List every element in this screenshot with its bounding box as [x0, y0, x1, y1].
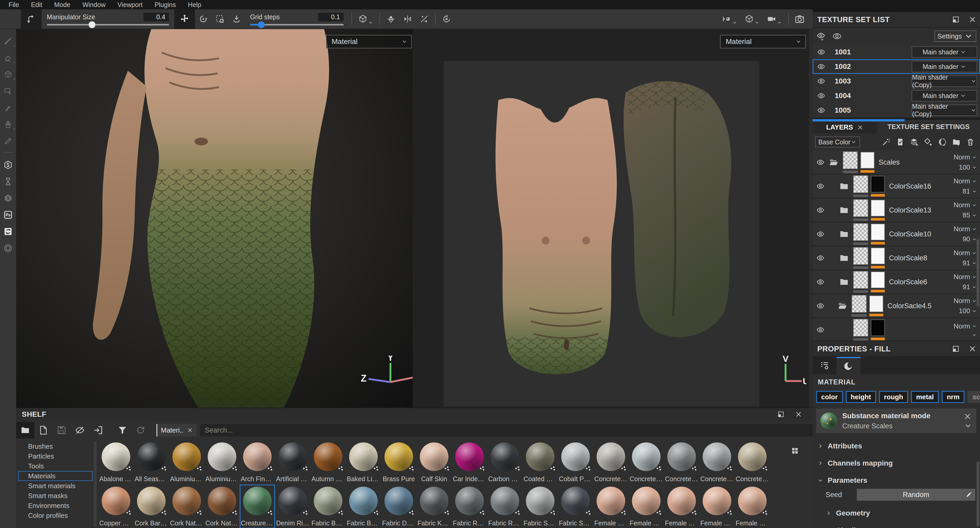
- layer-row[interactable]: ColorScale16 Norm 81: [813, 174, 980, 198]
- blend-mode-dropdown[interactable]: Norm: [953, 273, 977, 281]
- folder-icon[interactable]: [839, 253, 850, 263]
- blend-mode-dropdown[interactable]: Norm: [953, 153, 977, 161]
- shelf-hide-button[interactable]: [71, 422, 89, 439]
- substance-share-button[interactable]: [3, 190, 13, 207]
- layer-row[interactable]: ColorScale8 Norm 91: [813, 246, 980, 270]
- visibility-eye-icon[interactable]: [816, 182, 824, 190]
- viewport-3d[interactable]: Material Y Z X: [16, 29, 413, 408]
- material-item[interactable]: Cork Natur...: [204, 485, 240, 528]
- opacity-dropdown[interactable]: 90: [953, 235, 977, 243]
- shelf-import-button[interactable]: [89, 422, 107, 439]
- pencil-edit-icon[interactable]: [966, 491, 972, 498]
- layer-row[interactable]: ColorScale13 Norm 85: [813, 198, 980, 222]
- shader-dropdown[interactable]: Main shader: [912, 46, 977, 58]
- layer-thumbnail[interactable]: [853, 319, 868, 341]
- texture-set-row[interactable]: 1004 Main shader: [813, 88, 980, 103]
- blend-mode-dropdown[interactable]: Norm: [953, 322, 977, 330]
- material-item[interactable]: Female Elb...: [664, 485, 699, 528]
- material-item[interactable]: Artificial Le...: [275, 440, 310, 484]
- opacity-dropdown[interactable]: 85: [953, 211, 977, 219]
- screenshot-button[interactable]: [791, 9, 808, 29]
- visibility-eye-icon[interactable]: [816, 325, 824, 334]
- shelf-new-resource-button[interactable]: [34, 422, 52, 439]
- tab-properties-settings[interactable]: [813, 357, 837, 374]
- texture-set-row[interactable]: 1005 Main shader (Copy): [813, 103, 980, 118]
- projection-tool-button[interactable]: [3, 66, 13, 83]
- categories-scrollbar[interactable]: [94, 441, 97, 527]
- layer-thumbnail[interactable]: [843, 152, 858, 173]
- add-mask-icon[interactable]: [938, 137, 947, 147]
- visibility-eye-icon[interactable]: [816, 278, 824, 286]
- mode-material-name[interactable]: Creature Scales: [842, 422, 892, 430]
- layer-thumbnail[interactable]: [853, 175, 868, 197]
- add-effect-wand-icon[interactable]: [882, 137, 891, 147]
- shader-dropdown[interactable]: Main shader (Copy): [912, 105, 977, 116]
- blend-mode-dropdown[interactable]: Norm: [953, 177, 977, 185]
- opacity-dropdown[interactable]: [953, 332, 977, 338]
- viewport-3d-shading-dropdown[interactable]: Material: [326, 35, 412, 48]
- grid-steps-slider[interactable]: [250, 24, 344, 26]
- close-panel-icon[interactable]: [969, 16, 976, 23]
- opacity-dropdown[interactable]: 91: [953, 283, 977, 291]
- material-item[interactable]: Fabric Soft ...: [522, 485, 558, 528]
- material-item[interactable]: Female Elb...: [699, 485, 735, 528]
- maximize-panel-icon[interactable]: [952, 16, 960, 23]
- material-item[interactable]: Cork Barriga: [134, 485, 169, 528]
- maximize-panel-icon[interactable]: [952, 345, 960, 353]
- channel-filter-dropdown[interactable]: Base Color: [815, 137, 860, 147]
- visibility-eye-icon[interactable]: [816, 254, 824, 262]
- solo-eye-icon[interactable]: [832, 32, 842, 41]
- shelf-refresh-button[interactable]: [132, 422, 150, 439]
- material-item[interactable]: Fabric Deni...: [381, 485, 417, 528]
- material-item[interactable]: Arch Finger...: [240, 440, 275, 484]
- slider-knob[interactable]: [258, 21, 265, 28]
- section-shading[interactable]: Shading: [813, 526, 980, 528]
- layer-thumbnail[interactable]: [853, 271, 868, 293]
- perspective-button[interactable]: [741, 14, 763, 24]
- close-panel-icon[interactable]: [795, 411, 802, 418]
- smudge-tool-button[interactable]: [3, 99, 13, 116]
- slider-knob[interactable]: [89, 21, 95, 28]
- material-item[interactable]: Denim Rivet: [275, 485, 310, 528]
- layer-mask-thumbnail[interactable]: [871, 247, 885, 268]
- reset-rotation-button[interactable]: [438, 9, 455, 29]
- opacity-dropdown[interactable]: 100: [953, 307, 977, 315]
- symmetry-diagonal-button[interactable]: [416, 9, 433, 29]
- material-item[interactable]: Cork Natural: [169, 485, 204, 528]
- material-item[interactable]: Fabric Base...: [346, 485, 381, 528]
- menu-item[interactable]: Window: [76, 0, 111, 10]
- shelf-category[interactable]: Particles: [18, 451, 92, 461]
- menu-item[interactable]: File: [3, 0, 25, 10]
- plugin-hex-button[interactable]: [3, 240, 13, 257]
- properties-scrollbar[interactable]: [977, 461, 979, 526]
- visibility-eye-icon[interactable]: [816, 206, 824, 214]
- menu-item[interactable]: Plugins: [149, 0, 182, 10]
- add-folder-icon[interactable]: [952, 137, 961, 147]
- viewport-2d-scrollbar[interactable]: [809, 29, 813, 408]
- texture-set-row[interactable]: 1002 Main shader: [813, 59, 980, 74]
- layer-mask-thumbnail[interactable]: [871, 200, 885, 220]
- shelf-search-input[interactable]: Search...: [200, 424, 813, 436]
- polygon-fill-tool-button[interactable]: [3, 83, 13, 99]
- material-item[interactable]: Aluminium ...: [169, 440, 204, 484]
- filter-chip-materials[interactable]: Materi..: [156, 424, 197, 436]
- clone-tool-button[interactable]: [3, 116, 13, 132]
- menu-item[interactable]: Mode: [48, 0, 76, 10]
- material-item[interactable]: Baked Light...: [346, 440, 381, 484]
- shelf-category[interactable]: Smart materials: [18, 481, 92, 491]
- layer-thumbnail[interactable]: [853, 223, 868, 245]
- material-item[interactable]: Cobalt Pure: [558, 440, 593, 484]
- visibility-eye-icon[interactable]: [816, 302, 824, 310]
- layers-scrollbar[interactable]: [977, 239, 979, 307]
- shelf-category[interactable]: Environments: [18, 501, 92, 510]
- photoshop-export-button[interactable]: [3, 207, 13, 223]
- chevron-down-icon[interactable]: [964, 422, 972, 430]
- grid-steps-value[interactable]: 0.1: [318, 13, 344, 21]
- material-item[interactable]: Fabric Roug...: [487, 485, 522, 528]
- blend-mode-dropdown[interactable]: Norm: [953, 225, 977, 233]
- substance-source-button[interactable]: [3, 156, 13, 173]
- material-picker-tool-button[interactable]: [3, 132, 13, 149]
- texture-set-settings-button[interactable]: Settings: [934, 30, 976, 42]
- texture-set-row[interactable]: 1003 Main shader (Copy): [813, 74, 980, 88]
- shader-dropdown[interactable]: Main shader: [912, 61, 977, 72]
